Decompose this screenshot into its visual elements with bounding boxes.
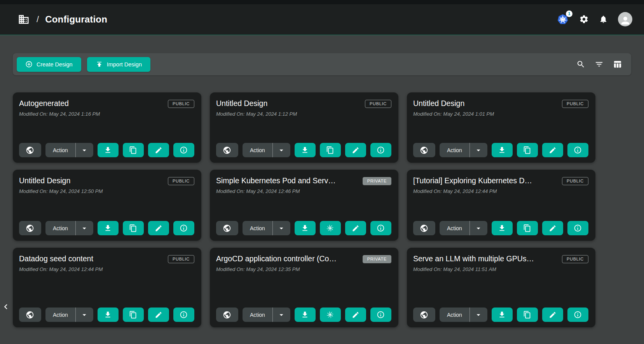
copy-button[interactable] <box>123 143 144 157</box>
copy-button[interactable] <box>517 221 538 235</box>
visibility-badge: PUBLIC <box>168 100 194 108</box>
edit-button[interactable] <box>148 143 169 157</box>
visibility-globe-button[interactable] <box>216 308 238 322</box>
download-button[interactable] <box>295 308 316 322</box>
table-view-icon[interactable] <box>613 60 622 69</box>
info-button[interactable] <box>173 143 194 157</box>
chevron-down-icon <box>80 146 89 155</box>
edit-button[interactable] <box>148 221 169 235</box>
action-dropdown-toggle[interactable] <box>470 308 487 322</box>
globe-icon <box>223 311 231 319</box>
action-dropdown-toggle[interactable] <box>76 143 93 157</box>
action-button[interactable]: Action <box>45 143 76 157</box>
download-button[interactable] <box>98 221 119 235</box>
building-icon[interactable] <box>18 14 30 25</box>
filter-icon[interactable] <box>595 60 604 69</box>
design-swirl-button[interactable] <box>320 221 341 235</box>
visibility-badge: PUBLIC <box>168 255 194 263</box>
card-actions: Action <box>19 308 194 322</box>
info-button[interactable] <box>173 308 194 322</box>
gear-icon[interactable] <box>579 14 589 24</box>
download-button[interactable] <box>98 308 119 322</box>
info-button[interactable] <box>370 308 391 322</box>
download-button[interactable] <box>492 143 513 157</box>
action-button[interactable]: Action <box>440 143 470 157</box>
user-avatar-icon <box>620 15 631 26</box>
card-header: [Tutorial] Exploring Kubernetes D… PUBLI… <box>413 176 588 185</box>
edit-button[interactable] <box>542 221 563 235</box>
visibility-globe-button[interactable] <box>413 221 435 235</box>
copy-button[interactable] <box>320 143 341 157</box>
download-button[interactable] <box>295 221 316 235</box>
import-design-button[interactable]: Import Design <box>87 57 150 72</box>
bell-icon[interactable] <box>599 15 608 24</box>
visibility-badge: PUBLIC <box>562 255 588 263</box>
create-design-button[interactable]: Create Design <box>17 57 81 72</box>
download-icon <box>498 224 506 232</box>
kubernetes-context-button[interactable]: 1 <box>557 13 569 26</box>
edit-button[interactable] <box>542 143 563 157</box>
download-button[interactable] <box>98 143 119 157</box>
action-dropdown-toggle[interactable] <box>470 143 487 157</box>
copy-button[interactable] <box>123 308 144 322</box>
edit-button[interactable] <box>345 143 366 157</box>
download-button[interactable] <box>295 143 316 157</box>
copy-icon <box>523 311 531 319</box>
expand-drawer-button[interactable] <box>0 296 12 318</box>
edit-button[interactable] <box>345 221 366 235</box>
info-button[interactable] <box>173 221 194 235</box>
globe-icon <box>26 224 34 233</box>
design-swirl-icon <box>326 310 335 319</box>
copy-icon <box>523 146 531 154</box>
card-actions: Action <box>413 308 588 322</box>
action-dropdown-toggle[interactable] <box>470 221 487 235</box>
info-button[interactable] <box>567 308 588 322</box>
globe-icon <box>420 224 428 233</box>
card-header: ArgoCD application controller (Co… PRIVA… <box>216 254 391 263</box>
download-icon <box>104 311 112 319</box>
download-button[interactable] <box>492 221 513 235</box>
action-dropdown-toggle[interactable] <box>76 308 93 322</box>
download-button[interactable] <box>492 308 513 322</box>
visibility-globe-button[interactable] <box>413 143 435 157</box>
action-button[interactable]: Action <box>243 308 273 322</box>
action-dropdown-toggle[interactable] <box>273 143 290 157</box>
design-swirl-button[interactable] <box>320 308 341 322</box>
page-title: Configuration <box>45 14 107 25</box>
chevron-down-icon <box>474 146 483 155</box>
action-button[interactable]: Action <box>45 308 76 322</box>
edit-button[interactable] <box>542 308 563 322</box>
action-button[interactable]: Action <box>440 308 470 322</box>
action-button[interactable]: Action <box>243 143 273 157</box>
copy-icon <box>129 224 137 232</box>
chevron-down-icon <box>277 311 286 319</box>
action-dropdown-toggle[interactable] <box>273 221 290 235</box>
visibility-globe-button[interactable] <box>19 308 41 322</box>
copy-button[interactable] <box>517 143 538 157</box>
copy-button[interactable] <box>517 308 538 322</box>
info-button[interactable] <box>567 143 588 157</box>
edit-button[interactable] <box>148 308 169 322</box>
edit-button[interactable] <box>345 308 366 322</box>
visibility-globe-button[interactable] <box>216 221 238 235</box>
action-button[interactable]: Action <box>440 221 470 235</box>
action-button[interactable]: Action <box>45 221 76 235</box>
design-title: Autogenerated <box>19 99 162 108</box>
visibility-globe-button[interactable] <box>216 143 238 157</box>
user-avatar[interactable] <box>618 12 632 26</box>
copy-button[interactable] <box>123 221 144 235</box>
download-icon <box>104 146 112 154</box>
action-dropdown-toggle[interactable] <box>76 221 93 235</box>
visibility-globe-button[interactable] <box>19 221 41 235</box>
visibility-globe-button[interactable] <box>413 308 435 322</box>
search-icon[interactable] <box>576 60 585 69</box>
context-count-badge: 1 <box>566 10 572 17</box>
info-button[interactable] <box>370 221 391 235</box>
info-button[interactable] <box>567 221 588 235</box>
pencil-icon <box>352 311 360 319</box>
action-button-label: Action <box>447 147 462 153</box>
action-dropdown-toggle[interactable] <box>273 308 290 322</box>
visibility-globe-button[interactable] <box>19 143 41 157</box>
action-button[interactable]: Action <box>243 221 273 235</box>
info-button[interactable] <box>370 143 391 157</box>
